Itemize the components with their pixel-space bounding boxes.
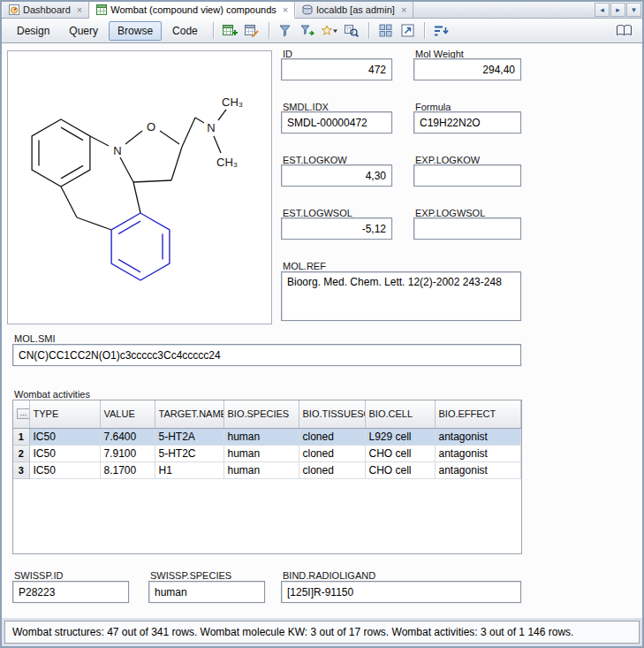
application-window: Dashboard × Wombat (compound view) compo… (0, 0, 644, 648)
tab-list-button[interactable]: ▾ (626, 3, 641, 17)
cell-bio-species[interactable]: human (224, 428, 299, 445)
grid-search-icon (345, 24, 359, 38)
column-header-bio-species[interactable]: BIO.SPECIES (224, 400, 299, 428)
cell-value[interactable]: 7.6400 (100, 428, 155, 445)
cell-bio-tissuesou[interactable]: cloned (299, 428, 365, 445)
atom-nitrogen-amine-label: N (207, 121, 215, 134)
layout-grid-icon (379, 24, 392, 37)
swissp-species-label: SWISSP.SPECIES (150, 570, 231, 581)
scroll-tabs-right-button[interactable]: ▸ (610, 3, 625, 17)
tabbar-spacer (413, 2, 595, 18)
mol-weight-field[interactable] (413, 58, 521, 80)
mol-ref-label: MOL.REF (283, 261, 326, 271)
bind-radioligand-field[interactable] (281, 581, 521, 603)
column-header-type[interactable]: TYPE (29, 400, 100, 428)
close-icon[interactable]: × (283, 5, 288, 15)
activities-table: ... TYPE VALUE TARGET.NAME BIO.SPECIES B… (12, 400, 522, 554)
mode-browse-button[interactable]: Browse (109, 21, 162, 41)
cell-bio-species[interactable]: human (224, 461, 299, 478)
toolbar-separator (424, 22, 425, 39)
est-logkow-field[interactable] (281, 164, 392, 187)
cell-target-name[interactable]: H1 (155, 461, 224, 478)
cell-bio-species[interactable]: human (224, 445, 299, 461)
favorites-menu-button[interactable] (320, 20, 340, 41)
structure-viewer[interactable]: O N N CH₃ CH₃ (7, 50, 272, 324)
row-header[interactable]: 3 (13, 461, 29, 478)
cell-bio-cell[interactable]: CHO cell (365, 445, 435, 461)
cell-target-name[interactable]: 5-HT2C (155, 445, 224, 461)
exp-logkow-field[interactable] (413, 164, 521, 187)
table-row[interactable]: 2 IC50 7.9100 5-HT2C human cloned CHO ce… (13, 445, 521, 461)
atom-oxygen-label: O (147, 120, 155, 133)
cell-type[interactable]: IC50 (29, 445, 100, 461)
tab-dashboard[interactable]: Dashboard × (2, 2, 89, 18)
toolbar-separator (269, 22, 269, 39)
swissp-id-field[interactable] (12, 581, 129, 603)
bind-radioligand-label: BIND.RADIOLIGAND (283, 570, 375, 581)
fit-window-icon (401, 24, 414, 37)
form-view: O N N CH₃ CH₃ ID Mol Weight SMDL.IDX For… (2, 43, 642, 618)
cell-type[interactable]: IC50 (29, 428, 100, 445)
atom-nitrogen-ring-label: N (113, 144, 121, 157)
tab-label: Wombat (compound view) compounds (110, 4, 277, 15)
row-header[interactable]: 1 (13, 428, 29, 445)
status-text: Wombat structures: 47 out of 341 rows. W… (12, 626, 573, 638)
cell-type[interactable]: IC50 (29, 461, 100, 478)
cell-bio-effect[interactable]: antagonist (435, 428, 521, 445)
est-logwsol-field[interactable] (281, 217, 392, 240)
main-toolbar: Design Query Browse Code (2, 19, 642, 43)
tab-wombat-compounds[interactable]: Wombat (compound view) compounds × (89, 2, 295, 19)
tab-localdb[interactable]: localdb [as admin] × (295, 2, 413, 18)
cell-value[interactable]: 8.1700 (100, 461, 155, 478)
column-header-value[interactable]: VALUE (100, 400, 155, 428)
reference-book-button[interactable] (614, 20, 634, 41)
id-field[interactable] (281, 58, 392, 80)
mode-query-button[interactable]: Query (60, 21, 107, 41)
cell-target-name[interactable]: 5-HT2A (155, 428, 224, 445)
column-header-bio-tissuesou[interactable]: BIO.TISSUESOU (299, 400, 365, 428)
column-header-target-name[interactable]: TARGET.NAME (155, 400, 224, 428)
table-row[interactable]: 3 IC50 8.1700 H1 human cloned CHO cell a… (13, 461, 521, 478)
methyl-bottom-label: CH₃ (216, 156, 238, 169)
close-icon[interactable]: × (401, 5, 406, 15)
activities-label: Wombat activities (14, 389, 90, 400)
toolbar-separator (368, 22, 369, 39)
swissp-species-field[interactable] (148, 581, 265, 603)
document-tabbar: Dashboard × Wombat (compound view) compo… (2, 2, 642, 19)
cell-bio-tissuesou[interactable]: cloned (299, 461, 365, 478)
new-grid-view-button[interactable] (220, 20, 240, 41)
column-header-bio-cell[interactable]: BIO.CELL (365, 400, 435, 428)
mode-code-button[interactable]: Code (163, 21, 207, 41)
cell-value[interactable]: 7.9100 (100, 445, 155, 461)
mode-design-button[interactable]: Design (8, 21, 58, 41)
close-icon[interactable]: × (77, 5, 82, 15)
scroll-tabs-left-button[interactable]: ◂ (595, 3, 610, 17)
cell-bio-effect[interactable]: antagonist (435, 461, 521, 478)
exp-logwsol-field[interactable] (413, 217, 521, 240)
cell-bio-tissuesou[interactable]: cloned (299, 445, 365, 461)
status-bar: Wombat structures: 47 out of 341 rows. W… (4, 621, 640, 644)
sort-button[interactable] (431, 20, 451, 41)
mol-smi-field[interactable] (12, 344, 521, 366)
cell-bio-cell[interactable]: L929 cell (365, 428, 435, 445)
table-corner-button[interactable]: ... (17, 408, 29, 419)
table-corner-cell: ... (13, 400, 29, 428)
methyl-top-label: CH₃ (222, 95, 243, 109)
edit-grid-button[interactable] (242, 20, 262, 41)
formula-field[interactable] (413, 111, 521, 133)
filter-run-icon (300, 24, 315, 37)
fit-to-window-button[interactable] (398, 20, 418, 41)
mol-ref-field[interactable]: Bioorg. Med. Chem. Lett. 12(2)-2002 243-… (281, 271, 521, 321)
apply-filter-button[interactable] (298, 20, 318, 41)
cell-bio-effect[interactable]: antagonist (435, 445, 521, 461)
table-row[interactable]: 1 IC50 7.6400 5-HT2A human cloned L929 c… (13, 428, 521, 445)
row-header[interactable]: 2 (13, 445, 29, 461)
filter-button[interactable] (276, 20, 296, 41)
search-grid-button[interactable] (342, 20, 362, 41)
database-icon (302, 4, 313, 15)
grid-add-icon (223, 24, 238, 38)
column-header-bio-effect[interactable]: BIO.EFFECT (435, 400, 521, 428)
layout-widgets-button[interactable] (375, 20, 396, 41)
smdl-idx-field[interactable] (281, 111, 392, 133)
cell-bio-cell[interactable]: CHO cell (365, 461, 435, 478)
